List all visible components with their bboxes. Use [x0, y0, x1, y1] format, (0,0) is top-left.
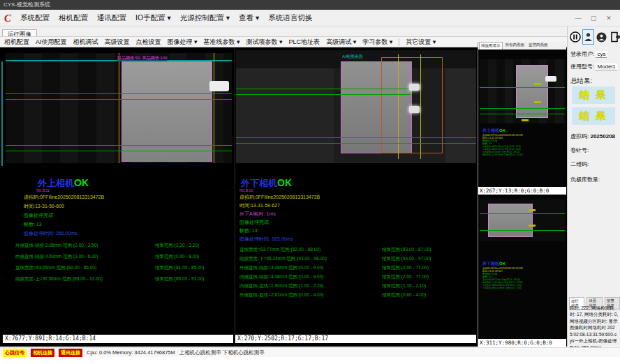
- measure-row: 内侧直线-直线=1.90mm 范围:(1.00 - 2.20): [239, 283, 323, 289]
- mini-tab-all-views[interactable]: 所有内画面: [504, 42, 526, 50]
- menu-language-switch[interactable]: 系统语言切换: [268, 13, 312, 23]
- needle-no-label: 卷针号:: [570, 146, 589, 154]
- tool-baseline-params[interactable]: 基准线参数 ▾: [204, 38, 240, 47]
- close-icon[interactable]: ✕: [605, 15, 613, 22]
- pause-button[interactable]: [569, 29, 581, 45]
- frame-count-line: 帧数: 13: [239, 227, 258, 234]
- camera-panel-upper-outer[interactable]: 好品阈值:93, 坏品阈值:100 外上相机OK NG:B:11 虚拟码:0FF…: [3, 47, 233, 347]
- ai-time-line: 外下AI耗时: 1ms: [239, 211, 276, 218]
- measure-line-green: [236, 94, 411, 95]
- virtual-code-label: 虚拟码:: [570, 133, 589, 139]
- cpu-memory-readout: Cpu: 0.0% Memory: 3424.41796875M: [87, 349, 175, 356]
- exit-button[interactable]: [609, 29, 620, 45]
- measure-label-mark: [534, 101, 541, 103]
- measure-row: 直线宽度=83.05mm 范围:(80.00 - 86.00): [15, 265, 96, 271]
- alarm-range: 报警范围:(2.00 - 77.00): [382, 274, 429, 280]
- ng-counter: NG:B:10: [239, 188, 253, 192]
- run-info-log[interactable]: 耗时: 222, 网络检测耗时: 17, 网络分类耗时: 0, 网络视频分区耗时…: [570, 305, 619, 351]
- camera-panel-lower-outer[interactable]: AI检测画面 外下相机OK NG:B:10 虚拟码:0FFIline202502…: [235, 47, 476, 347]
- measure-line-green: [6, 151, 232, 151]
- user-login-button[interactable]: [582, 29, 594, 45]
- menu-camera-config[interactable]: 相机配置: [59, 13, 88, 23]
- proc-time-line: 图像处理时间: 183.00ms: [239, 236, 293, 243]
- tool-plc-address[interactable]: PLC地址表: [289, 38, 320, 47]
- exit-door-icon: [610, 31, 620, 43]
- menu-comm-config[interactable]: 通讯配置: [97, 13, 126, 23]
- measure-row: 内侧直线-隔膜=4.38mm 范围:(0.00 - 9.00): [482, 287, 523, 289]
- window-title: CYS-视觉检测系统: [3, 1, 50, 8]
- toolbar-separator: [399, 38, 399, 46]
- cursor-position-readout: X:311;Y:980;R:0;G:0;B:0: [478, 339, 566, 347]
- ai-roi-box: [381, 57, 443, 153]
- status-bar: 心跳信号 相机连接 通讯连接 Cpu: 0.0% Memory: 3424.41…: [0, 347, 620, 357]
- camera-name: 外上相机: [482, 128, 499, 132]
- app-logo-icon: C: [4, 11, 11, 25]
- model-value[interactable]: Model1: [596, 63, 617, 70]
- tool-learning-params[interactable]: 学习参数 ▾: [362, 38, 392, 47]
- machine-body-left: [236, 68, 334, 163]
- measure-row: 外侧直线-直线=2.61mm 范围:(0.60 - 4.00): [239, 292, 323, 298]
- tool-test-params[interactable]: 测试项参数 ▾: [246, 38, 283, 47]
- menu-light-config[interactable]: 光源控制配置 ▾: [180, 13, 230, 23]
- time-line: 时间:13-31-59-600: [24, 203, 64, 210]
- result-display-2: 结 果: [572, 107, 615, 125]
- menu-io-config[interactable]: IO手配置 ▾: [135, 13, 171, 23]
- result-ok: OK: [74, 177, 89, 188]
- menu-view[interactable]: 查看 ▾: [239, 13, 259, 23]
- menu-system-config[interactable]: 系统配置: [20, 13, 50, 23]
- camera-image-upper[interactable]: 好品阈值:93, 坏品阈值:100: [6, 53, 232, 163]
- user-icon: [584, 32, 593, 42]
- electrode-region: [516, 65, 548, 118]
- mini-tab-zoom-view[interactable]: 缩放图显示: [479, 42, 503, 50]
- mini-view-top[interactable]: 外上相机OK 虚拟码:0FFIline2025020813313472B 时间:…: [478, 50, 566, 195]
- result-ok: OK: [499, 261, 505, 266]
- maximize-icon[interactable]: ▢: [589, 15, 598, 22]
- tool-image-processing[interactable]: 图像处理 ▾: [168, 38, 198, 47]
- mini-view-bottom[interactable]: 外下相机OK 虚拟码:0FFIline2025020813313472B 时间:…: [478, 197, 566, 347]
- operator-button[interactable]: [596, 29, 607, 45]
- measure-line-green: [6, 93, 232, 94]
- measure-line-green: [480, 108, 565, 109]
- tool-advanced-debug[interactable]: 高级调试 ▾: [326, 38, 356, 47]
- qr-code-label: 二维码:: [570, 160, 589, 168]
- stock-count-label: 负极库数量:: [570, 176, 600, 183]
- login-user-value[interactable]: cys: [596, 51, 607, 58]
- measure-line-green: [236, 143, 476, 144]
- mini-view-column: 缩放图显示 所有内画面 监控内画面 外上相机OK 虚拟码:0FFIl: [478, 42, 566, 347]
- electrode-region: [488, 204, 533, 237]
- mini-image: [480, 199, 565, 241]
- result-ok: OK: [277, 177, 292, 188]
- alarm-range: 报警范围:(89.00 - 91.00): [155, 276, 204, 282]
- tool-advanced-settings[interactable]: 高级设置: [105, 38, 130, 47]
- tool-other-settings[interactable]: 其它设置 ▾: [406, 38, 436, 47]
- camera-connection-badge: 相机连接: [31, 349, 54, 357]
- mini-result-text: 外上相机OK 虚拟码:0FFIline2025020813313472B 时间:…: [482, 128, 523, 156]
- tool-camera-debug[interactable]: 相机调试: [73, 38, 98, 47]
- overlay-yellow-line: [214, 53, 214, 163]
- measure-row: 隔膜宽度-上=90.56mm 范围:(88.00 - 92.00): [482, 153, 523, 156]
- mini-tab-monitor-views[interactable]: 监控内画面: [527, 42, 549, 50]
- camera-image-lower[interactable]: AI检测画面: [236, 50, 476, 163]
- alarm-range: 报警范围:(2.00 - 77.00): [382, 265, 429, 271]
- minimize-icon[interactable]: —: [574, 15, 582, 22]
- tool-spot-check[interactable]: 点检设置: [136, 38, 161, 47]
- overlay-yellow-line: [119, 53, 119, 163]
- camera-name: 外上相机: [38, 178, 74, 188]
- measure-row: 隔膜宽度-上=90.56mm 范围:(88.00 - 92.00): [15, 276, 103, 282]
- measure-line-green: [236, 137, 476, 138]
- comm-connection-badge: 通讯连接: [59, 349, 82, 357]
- threshold-note: 好品阈值:93, 坏品阈值:100: [117, 55, 167, 61]
- tool-camera-config[interactable]: 相机配置: [4, 38, 29, 47]
- window-titlebar[interactable]: CYS-视觉检测系统: [0, 0, 620, 10]
- machine-body-right: [445, 68, 476, 163]
- tab-row: 运行图像: [0, 26, 567, 36]
- measure-row: 隔膜宽度-下=95.24mm 范围:(93.00 - 98.00): [239, 256, 327, 262]
- measure-line-green: [480, 230, 565, 231]
- heartbeat-detect-text: 上相机心跳检测串 下相机心跳检测串: [179, 349, 265, 356]
- led-reflection: [409, 84, 420, 91]
- led-reflection: [409, 106, 420, 113]
- measure-label-mark: [529, 225, 536, 227]
- alarm-range: 报警范围:(94.00 - 97.00): [382, 256, 431, 262]
- ng-counter: NG:B:11: [36, 188, 50, 192]
- tool-ai-config[interactable]: AI使用配置: [36, 38, 67, 47]
